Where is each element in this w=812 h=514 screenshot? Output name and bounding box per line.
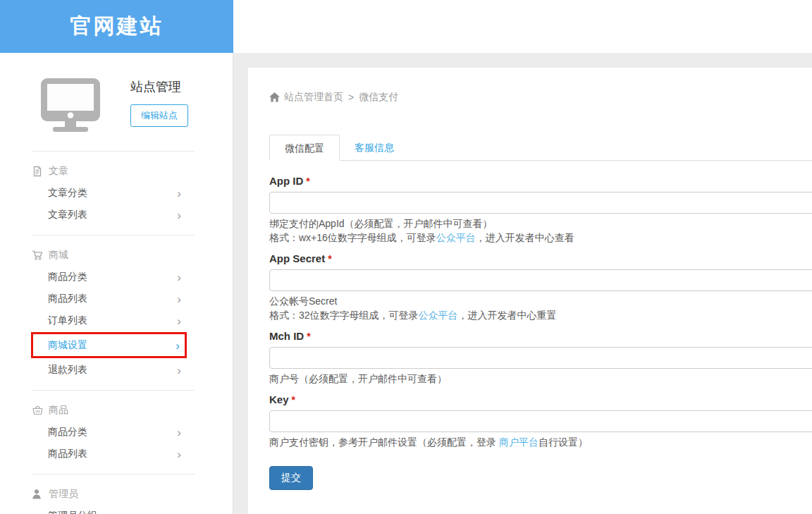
help-line: 商户号（必须配置，开户邮件中可查看） [269, 372, 812, 386]
field-label-key: Key* [269, 393, 812, 405]
sidebar-item-管理员分组[interactable]: 管理员分组› [31, 505, 187, 514]
sidebar-item-商品列表[interactable]: 商品列表› [31, 443, 187, 465]
sidebar-item-label: 商品列表 [48, 293, 87, 305]
admin-icon [32, 489, 46, 500]
field-help-app-secret: 公众帐号Secret格式：32位数字字母组成，可登录公众平台，进入开发者中心重置 [269, 294, 812, 322]
article-icon [32, 166, 46, 177]
sidebar-item-文章列表[interactable]: 文章列表› [31, 204, 187, 226]
sidebar-item-label: 商城设置 [48, 339, 87, 352]
app-id-input[interactable] [269, 192, 812, 214]
field-label-text: App Secret [269, 252, 325, 264]
field-label-text: App ID [269, 175, 303, 187]
breadcrumb-home-label: 站点管理首页 [284, 91, 343, 104]
field-help-mch-id: 商户号（必须配置，开户邮件中可查看） [269, 372, 812, 386]
chevron-right-icon: › [177, 187, 181, 199]
chevron-right-icon: › [177, 510, 181, 514]
chevron-right-icon: › [177, 271, 181, 283]
help-text: ，进入开发者中心查看 [476, 232, 574, 243]
tab-customer-service[interactable]: 客服信息 [340, 135, 409, 160]
sidebar-item-退款列表[interactable]: 退款列表› [31, 359, 187, 381]
field-help-key: 商户支付密钥，参考开户邮件设置（必须配置，登录 商户平台自行设置） [269, 435, 812, 449]
help-text: 格式：wx+16位数字字母组成，可登录 [269, 232, 436, 243]
top-header [233, 0, 812, 53]
chevron-right-icon: › [177, 314, 181, 326]
monitor-icon [39, 76, 102, 135]
field-label-mch-id: Mch ID* [269, 330, 812, 342]
help-line: 格式：wx+16位数字字母组成，可登录公众平台，进入开发者中心查看 [269, 231, 812, 245]
help-link-公众平台[interactable]: 公众平台 [436, 232, 476, 243]
chevron-right-icon: › [177, 293, 181, 305]
help-line: 公众帐号Secret [269, 294, 812, 308]
brand-logo-text: 官网建站 [70, 12, 164, 41]
breadcrumb-home-link[interactable]: 站点管理首页 [269, 91, 343, 104]
sidebar-item-label: 退款列表 [48, 364, 87, 377]
sidebar-nav: 文章文章分类›文章列表›商城商品分类›商品列表›订单列表›商城设置›退款列表›商… [0, 151, 233, 514]
sidebar-section-2: 商品商品分类›商品列表› [0, 391, 233, 474]
sidebar-section-3: 管理员管理员分组› [0, 475, 233, 514]
edit-site-button[interactable]: 编辑站点 [130, 104, 188, 127]
chevron-right-icon: › [177, 364, 181, 376]
basket-icon [32, 405, 46, 416]
home-icon [269, 92, 280, 102]
chevron-right-icon: › [177, 209, 181, 221]
help-text: 公众帐号Secret [269, 295, 337, 307]
mch-id-input[interactable] [269, 347, 812, 369]
breadcrumb: 站点管理首页 > 微信支付 [269, 91, 812, 104]
sidebar-item-文章分类[interactable]: 文章分类› [31, 182, 187, 204]
site-title: 站点管理 [130, 78, 188, 95]
help-text: 自行设置） [539, 436, 588, 448]
site-meta: 站点管理 编辑站点 [130, 76, 188, 135]
site-panel: 站点管理 编辑站点 [0, 53, 233, 151]
required-asterisk: * [292, 394, 295, 405]
sidebar-item-label: 管理员分组 [48, 510, 97, 514]
sidebar-section-1: 商城商品分类›商品列表›订单列表›商城设置›退款列表› [0, 235, 233, 390]
sidebar-section-label: 商品 [49, 404, 68, 417]
help-text: 绑定支付的AppId（必须配置，开户邮件中可查看） [269, 218, 493, 229]
sidebar-section-0: 文章文章分类›文章列表› [0, 152, 233, 235]
sidebar-section-header: 文章 [0, 160, 233, 182]
sidebar-item-label: 商品列表 [48, 448, 87, 460]
field-help-app-id: 绑定支付的AppId（必须配置，开户邮件中可查看）格式：wx+16位数字字母组成… [269, 216, 812, 245]
tab-bar: 微信配置 客服信息 [269, 135, 812, 161]
breadcrumb-current: 微信支付 [359, 91, 398, 104]
chevron-right-icon: › [177, 426, 181, 438]
sidebar-section-header: 商城 [0, 244, 233, 266]
field-key: Key*商户支付密钥，参考开户邮件设置（必须配置，登录 商户平台自行设置） [269, 393, 812, 449]
sidebar-item-label: 订单列表 [48, 314, 87, 327]
required-asterisk: * [307, 331, 310, 342]
sidebar-section-label: 文章 [49, 165, 68, 178]
chevron-right-icon: › [177, 448, 181, 460]
key-input[interactable] [269, 410, 812, 432]
field-label-app-secret: App Secret* [269, 252, 812, 264]
app-secret-input[interactable] [269, 269, 812, 291]
help-text: 商户号（必须配置，开户邮件中可查看） [269, 373, 447, 384]
submit-button[interactable]: 提交 [269, 466, 313, 490]
sidebar-item-商城设置[interactable]: 商城设置› [31, 332, 187, 358]
field-app-id: App ID*绑定支付的AppId（必须配置，开户邮件中可查看）格式：wx+16… [269, 175, 812, 245]
sidebar-item-label: 商品分类 [48, 426, 87, 439]
sidebar-section-header: 商品 [0, 399, 233, 421]
help-text: 格式：32位数字字母组成，可登录 [269, 310, 419, 321]
chevron-right-icon: › [176, 339, 180, 351]
sidebar-item-订单列表[interactable]: 订单列表› [31, 310, 187, 331]
brand-logo: 官网建站 [0, 0, 233, 53]
help-line: 绑定支付的AppId（必须配置，开户邮件中可查看） [269, 216, 812, 231]
breadcrumb-separator: > [348, 92, 354, 103]
field-mch-id: Mch ID*商户号（必须配置，开户邮件中可查看） [269, 330, 812, 386]
sidebar-item-label: 文章分类 [48, 187, 87, 200]
required-asterisk: * [328, 253, 331, 264]
sidebar-item-label: 文章列表 [48, 209, 87, 221]
help-line: 商户支付密钥，参考开户邮件设置（必须配置，登录 商户平台自行设置） [269, 435, 812, 449]
required-asterisk: * [306, 176, 309, 187]
help-line: 格式：32位数字字母组成，可登录公众平台，进入开发者中心重置 [269, 308, 812, 322]
sidebar-item-商品分类[interactable]: 商品分类› [31, 266, 187, 288]
sidebar-item-商品分类[interactable]: 商品分类› [31, 421, 187, 443]
sidebar-item-商品列表[interactable]: 商品列表› [31, 288, 187, 310]
sidebar: 站点管理 编辑站点 文章文章分类›文章列表›商城商品分类›商品列表›订单列表›商… [0, 53, 233, 514]
tab-wechat-config[interactable]: 微信配置 [269, 135, 340, 161]
wechat-pay-form: App ID*绑定支付的AppId（必须配置，开户邮件中可查看）格式：wx+16… [269, 175, 812, 449]
main-panel: 站点管理首页 > 微信支付 微信配置 客服信息 App ID*绑定支付的AppI… [248, 68, 812, 514]
help-link-商户平台[interactable]: 商户平台 [499, 436, 539, 448]
help-link-公众平台[interactable]: 公众平台 [419, 310, 458, 321]
help-text: ，进入开发者中心重置 [458, 310, 557, 321]
